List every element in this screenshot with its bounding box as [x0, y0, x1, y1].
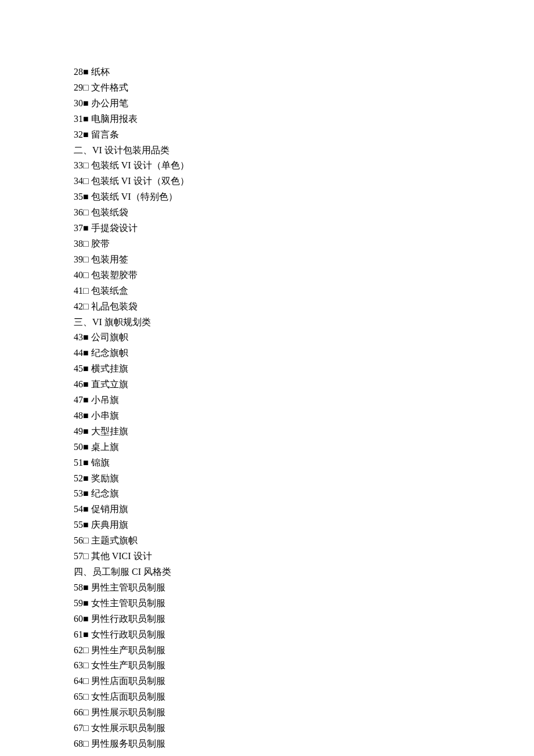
checkbox-marker: □: [83, 286, 89, 296]
list-item: 36□ 包装纸袋: [74, 205, 534, 221]
item-number: 35: [74, 192, 83, 201]
item-number: 50: [74, 442, 83, 452]
checkbox-marker: ■: [83, 363, 89, 373]
item-label: 办公用笔: [91, 98, 128, 108]
list-item: 30■ 办公用笔: [74, 96, 534, 111]
item-label: 包装纸 VI（特别色）: [91, 192, 178, 201]
item-number: 48: [74, 411, 83, 420]
item-label: 横式挂旗: [91, 363, 128, 373]
checkbox-marker: □: [83, 270, 89, 280]
list-item: 68□ 男性服务职员制服: [74, 736, 534, 752]
item-label: 促销用旗: [91, 504, 128, 514]
item-label: 公司旗帜: [91, 332, 128, 342]
item-label: 留言条: [91, 129, 119, 139]
item-label: 包装纸袋: [91, 207, 128, 217]
checkbox-marker: □: [83, 739, 89, 748]
item-label: 包装纸 VI 设计（双色）: [91, 176, 189, 186]
item-label: 男性服务职员制服: [91, 739, 165, 748]
checkbox-marker: ■: [83, 458, 89, 467]
item-number: 43: [74, 332, 83, 342]
checkbox-marker: ■: [83, 426, 89, 436]
item-number: 59: [74, 598, 83, 608]
list-item: 34□ 包装纸 VI 设计（双色）: [74, 174, 534, 189]
item-number: 44: [74, 348, 83, 358]
item-number: 30: [74, 98, 83, 108]
item-label: 女性生产职员制服: [91, 660, 165, 670]
list-item: 66□ 男性展示职员制服: [74, 705, 534, 721]
item-label: 纸杯: [91, 67, 110, 77]
list-item: 50■ 桌上旗: [74, 440, 534, 455]
checkbox-marker: □: [83, 82, 89, 92]
section-heading: 二、VI 设计包装用品类: [74, 145, 169, 155]
checkbox-marker: ■: [83, 442, 89, 452]
list-item: 35■ 包装纸 VI（特别色）: [74, 189, 534, 205]
item-number: 65: [74, 692, 83, 701]
item-label: 男性生产职员制服: [91, 645, 165, 655]
checkbox-marker: ■: [83, 582, 89, 592]
checkbox-marker: □: [83, 723, 89, 733]
checkbox-marker: □: [83, 176, 89, 186]
list-item: 60■ 男性行政职员制服: [74, 611, 534, 627]
item-number: 68: [74, 739, 83, 748]
item-label: 大型挂旗: [91, 426, 128, 436]
item-label: 礼品包装袋: [91, 301, 138, 311]
list-item: 52■ 奖励旗: [74, 471, 534, 487]
checkbox-marker: ■: [83, 395, 89, 405]
item-number: 36: [74, 207, 83, 217]
item-label: 主题式旗帜: [91, 535, 138, 545]
item-label: 包装纸盒: [91, 286, 128, 296]
item-number: 33: [74, 160, 83, 170]
list-item: 65□ 女性店面职员制服: [74, 689, 534, 705]
section-heading: 三、VI 旗帜规划类: [74, 317, 151, 327]
list-item: 57□ 其他 VICI 设计: [74, 549, 534, 564]
item-number: 56: [74, 535, 83, 545]
item-label: 奖励旗: [91, 473, 119, 483]
checkbox-marker: ■: [83, 598, 89, 608]
list-item: 51■ 锦旗: [74, 455, 534, 471]
list-item: 31■ 电脑用报表: [74, 111, 534, 127]
item-number: 49: [74, 426, 83, 436]
list-item: 56□ 主题式旗帜: [74, 533, 534, 549]
checkbox-marker: □: [83, 551, 89, 561]
checkbox-marker: ■: [83, 520, 89, 530]
item-label: 包装纸 VI 设计（单色）: [91, 160, 189, 170]
list-item: 54■ 促销用旗: [74, 502, 534, 517]
item-label: 纪念旗帜: [91, 348, 128, 358]
list-item: 29□ 文件格式: [74, 80, 534, 96]
item-number: 46: [74, 379, 83, 389]
item-number: 40: [74, 270, 83, 280]
item-number: 58: [74, 582, 83, 592]
list-item: 49■ 大型挂旗: [74, 424, 534, 440]
list-item: 61■ 女性行政职员制服: [74, 627, 534, 643]
item-label: 包装用签: [91, 254, 128, 264]
checkbox-marker: ■: [83, 67, 89, 77]
list-item: 59■ 女性主管职员制服: [74, 596, 534, 611]
list-item: 48■ 小串旗: [74, 408, 534, 424]
checkbox-marker: ■: [83, 629, 89, 639]
checkbox-marker: □: [83, 301, 89, 311]
item-number: 38: [74, 239, 83, 249]
item-number: 32: [74, 129, 83, 139]
item-number: 41: [74, 286, 83, 296]
item-number: 62: [74, 645, 83, 655]
item-label: 男性主管职员制服: [91, 582, 165, 592]
list-item: 33□ 包装纸 VI 设计（单色）: [74, 158, 534, 174]
list-item: 67□ 女性展示职员制服: [74, 721, 534, 736]
item-number: 53: [74, 488, 83, 498]
item-number: 55: [74, 520, 83, 530]
checkbox-marker: □: [83, 535, 89, 545]
item-number: 39: [74, 254, 83, 264]
list-item: 64□ 男性店面职员制服: [74, 674, 534, 689]
checkbox-marker: ■: [83, 114, 89, 124]
item-label: 小串旗: [91, 411, 119, 420]
list-item: 43■ 公司旗帜: [74, 330, 534, 345]
list-item: 40□ 包装塑胶带: [74, 268, 534, 283]
item-label: 文件格式: [91, 82, 128, 92]
item-number: 52: [74, 473, 83, 483]
list-item: 46■ 直式立旗: [74, 377, 534, 393]
document-content: 28■ 纸杯29□ 文件格式30■ 办公用笔31■ 电脑用报表32■ 留言条二、…: [74, 64, 534, 752]
item-label: 女性主管职员制服: [91, 598, 165, 608]
list-item: 44■ 纪念旗帜: [74, 345, 534, 361]
item-label: 女性行政职员制服: [91, 629, 165, 639]
list-item: 45■ 横式挂旗: [74, 361, 534, 377]
